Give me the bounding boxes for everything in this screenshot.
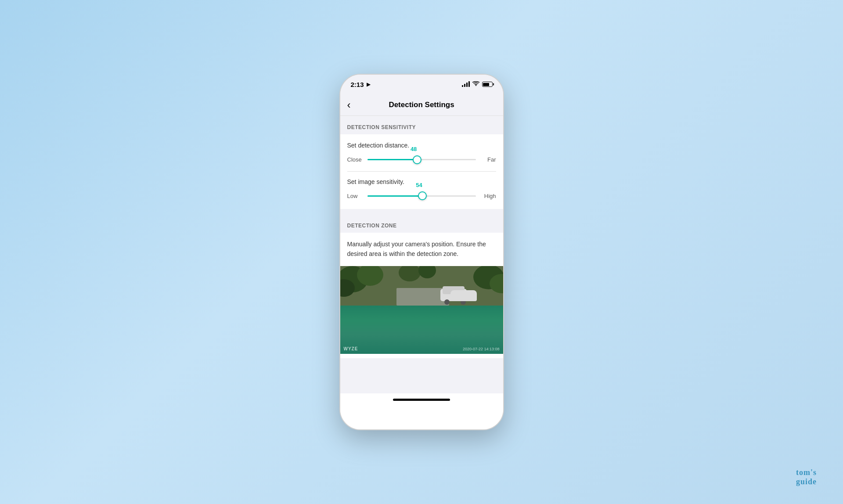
- bar2: [464, 84, 465, 87]
- battery-fill: [483, 83, 489, 86]
- svg-point-9: [444, 299, 450, 305]
- signal-bars-icon: [462, 82, 470, 87]
- camera-upper-portion: [340, 266, 503, 306]
- distance-description: Set detection distance.: [347, 141, 496, 150]
- sensitivity-slider-row: Low 54 High: [347, 191, 496, 200]
- camera-watermark: WYZE: [344, 346, 358, 351]
- distance-slider-group: Set detection distance. Close 48 Far: [347, 141, 496, 164]
- sensitivity-slider-value: 54: [416, 182, 422, 188]
- location-icon: ▶: [367, 82, 370, 87]
- sensitivity-slider-wrapper[interactable]: 54: [367, 191, 476, 200]
- sensitivity-slider-group: Set image sensitivity. Low 54 High: [347, 178, 496, 201]
- status-icons: [462, 81, 493, 88]
- watermark-line1: tom's: [796, 468, 817, 477]
- bar4: [468, 81, 470, 87]
- detection-sensitivity-card: Set detection distance. Close 48 Far: [340, 134, 503, 209]
- distance-label-right: Far: [480, 156, 496, 163]
- status-time: 2:13 ▶: [351, 81, 370, 88]
- distance-label-left: Close: [347, 156, 363, 163]
- phone-shell: 2:13 ▶ ‹: [339, 74, 504, 430]
- navigation-bar: ‹ Detection Settings: [340, 94, 503, 116]
- sensitivity-label-right: High: [480, 193, 496, 199]
- svg-rect-8: [443, 286, 465, 294]
- slider-divider: [347, 171, 496, 172]
- sensitivity-slider-fill: [367, 195, 423, 197]
- sensitivity-label-left: Low: [347, 193, 363, 199]
- bar3: [466, 83, 468, 87]
- wifi-icon: [472, 81, 479, 88]
- svg-point-10: [461, 299, 466, 305]
- distance-slider-row: Close 48 Far: [347, 155, 496, 164]
- detection-zone-header: DETECTION ZONE: [340, 214, 503, 233]
- bottom-bar: [340, 393, 503, 429]
- distance-slider-value: 48: [411, 146, 417, 152]
- watermark-line2: guide: [796, 477, 817, 486]
- page-title: Detection Settings: [389, 101, 454, 109]
- sensitivity-slider-thumb[interactable]: 54: [418, 191, 427, 200]
- detection-zone-description: Manually adjust your camera's position. …: [347, 240, 496, 259]
- content-area: DETECTION SENSITIVITY Set detection dist…: [340, 116, 503, 393]
- bar1: [462, 85, 463, 87]
- tomsguide-watermark: tom's guide: [796, 468, 817, 486]
- camera-bottom-spacer: [340, 354, 503, 358]
- camera-feed: WYZE 2020-07-22 14:13:08: [340, 266, 503, 354]
- camera-timestamp: 2020-07-22 14:13:08: [463, 347, 500, 351]
- sensitivity-slider-track: 54: [367, 195, 476, 197]
- distance-slider-fill: [367, 159, 418, 160]
- distance-slider-wrapper[interactable]: 48: [367, 155, 476, 164]
- detection-sensitivity-title: DETECTION SENSITIVITY: [347, 124, 416, 130]
- home-indicator[interactable]: [393, 399, 450, 401]
- detection-zone-title: DETECTION ZONE: [347, 223, 397, 229]
- time-display: 2:13: [351, 81, 364, 88]
- detection-zone-card: Manually adjust your camera's position. …: [340, 233, 503, 266]
- detection-sensitivity-header: DETECTION SENSITIVITY: [340, 116, 503, 134]
- status-bar: 2:13 ▶: [340, 75, 503, 94]
- camera-lower-portion: WYZE 2020-07-22 14:13:08: [340, 306, 503, 354]
- back-button[interactable]: ‹: [347, 100, 351, 110]
- distance-slider-track: 48: [367, 159, 476, 160]
- distance-slider-thumb[interactable]: 48: [413, 155, 422, 164]
- battery-icon: [482, 82, 493, 87]
- spacer1: [340, 209, 503, 214]
